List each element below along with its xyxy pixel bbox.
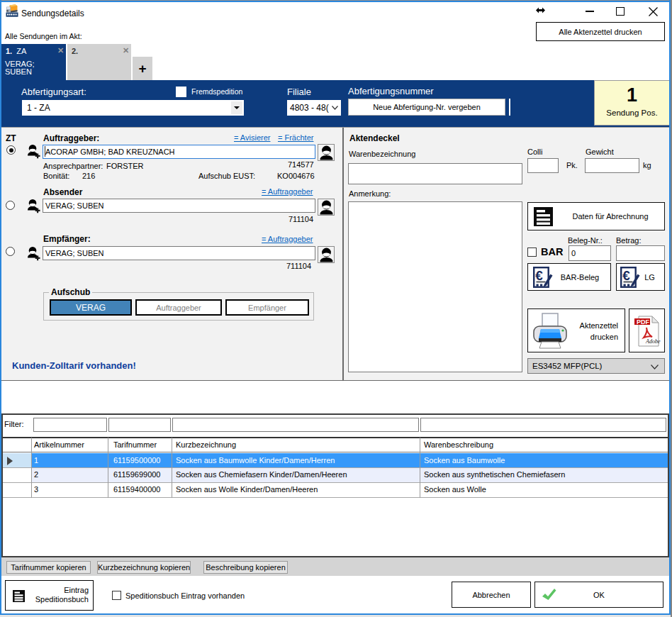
svg-text:PDF: PDF — [637, 318, 650, 326]
svg-text:Adobe: Adobe — [645, 338, 661, 345]
svg-text:€: € — [535, 268, 543, 283]
svg-text:€: € — [622, 268, 630, 283]
